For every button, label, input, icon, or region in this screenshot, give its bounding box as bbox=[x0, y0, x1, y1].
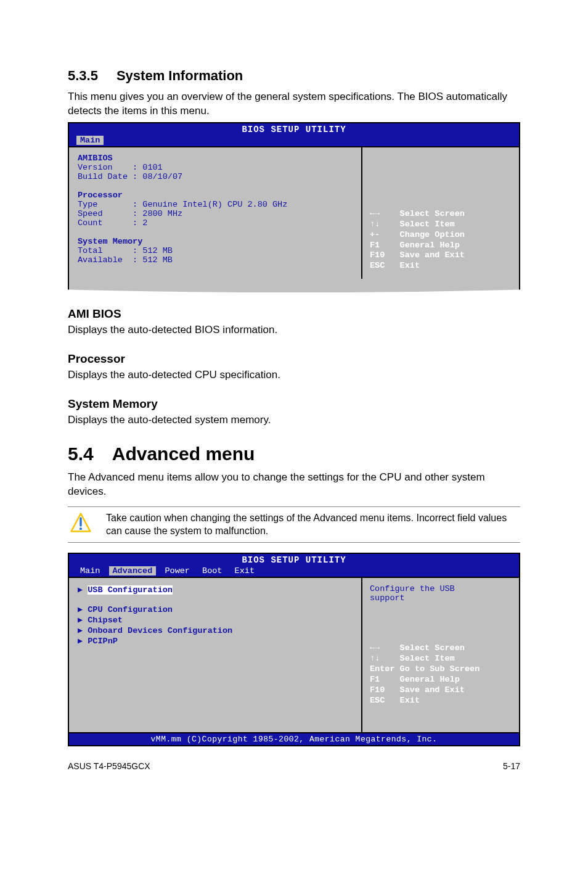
menu-odc-label: Onboard Devices Configuration bbox=[88, 626, 232, 635]
heading-memory: System Memory bbox=[68, 397, 520, 411]
bios-body: AMIBIOS Version : 0101 Build Date : 08/1… bbox=[69, 146, 519, 280]
bios-curve-bottom bbox=[68, 279, 520, 292]
field-version: Version : 0101 bbox=[78, 163, 353, 172]
heading-processor: Processor bbox=[68, 352, 520, 366]
bios2-left-pane: ▶ USB Configuration ▶ CPU Configuration … bbox=[69, 578, 362, 732]
menu-chipset[interactable]: ▶ Chipset bbox=[78, 614, 353, 625]
menu-chipset-label: Chipset bbox=[88, 616, 123, 625]
bios2-tabs: Main Advanced Power Boot Exit bbox=[69, 566, 519, 577]
menu-onboard-devices[interactable]: ▶ Onboard Devices Configuration bbox=[78, 625, 353, 635]
field-proc-count: Count : 2 bbox=[78, 218, 353, 228]
menu-pcipnp-label: PCIPnP bbox=[88, 637, 118, 646]
section-535-heading: 5.3.5 System Information bbox=[68, 68, 520, 84]
section-title-54: Advanced menu bbox=[112, 444, 255, 464]
bios2-key-help: ←→ Select Screen ↑↓ Select Item Enter Go… bbox=[370, 643, 512, 706]
bios-right-pane: ←→ Select Screen ↑↓ Select Item +- Chang… bbox=[362, 147, 519, 279]
tab-exit[interactable]: Exit bbox=[231, 566, 258, 576]
caution-icon bbox=[68, 512, 94, 533]
section-535-intro: This menu gives you an overview of the g… bbox=[68, 90, 520, 118]
page-footer: ASUS T4-P5945GCX 5-17 bbox=[68, 761, 520, 771]
field-proc-speed: Speed : 2800 MHz bbox=[78, 209, 353, 218]
bios2-body: ▶ USB Configuration ▶ CPU Configuration … bbox=[69, 577, 519, 733]
menu-cpu-label: CPU Configuration bbox=[88, 605, 173, 614]
field-build-date: Build Date : 08/10/07 bbox=[78, 172, 353, 181]
footer-left: ASUS T4-P5945GCX bbox=[68, 761, 150, 771]
tab-power[interactable]: Power bbox=[161, 566, 194, 576]
caution-text: Take caution when changing the settings … bbox=[94, 512, 520, 538]
bios-left-pane: AMIBIOS Version : 0101 Build Date : 08/1… bbox=[69, 147, 362, 279]
field-mem-total: Total : 512 MB bbox=[78, 246, 353, 255]
field-mem-available: Available : 512 MB bbox=[78, 255, 353, 265]
section-number: 5.3.5 bbox=[68, 68, 98, 84]
footer-right: 5-17 bbox=[503, 761, 520, 771]
bios2-help-text: Configure the USB support bbox=[370, 584, 512, 603]
tab-advanced[interactable]: Advanced bbox=[109, 566, 157, 576]
page-content: 5.3.5 System Information This menu gives… bbox=[0, 0, 588, 790]
bios2-footer: vMM.mm (C)Copyright 1985-2002, American … bbox=[68, 733, 520, 746]
caution-box: Take caution when changing the settings … bbox=[68, 506, 520, 543]
section-54-heading: 5.4 Advanced menu bbox=[68, 444, 520, 464]
section-number-54: 5.4 bbox=[68, 444, 94, 464]
tab-main2[interactable]: Main bbox=[76, 566, 104, 576]
text-amibios: Displays the auto-detected BIOS informat… bbox=[68, 323, 520, 337]
tab-main[interactable]: Main bbox=[76, 136, 104, 145]
tab-boot[interactable]: Boot bbox=[198, 566, 226, 576]
bios2-title: BIOS SETUP UTILITY bbox=[69, 554, 519, 566]
text-processor: Displays the auto-detected CPU specifica… bbox=[68, 368, 520, 382]
menu-pcipnp[interactable]: ▶ PCIPnP bbox=[78, 635, 353, 646]
heading-amibios: AMI BIOS bbox=[68, 307, 520, 321]
label-amibios: AMIBIOS bbox=[78, 154, 353, 163]
text-memory: Displays the auto-detected system memory… bbox=[68, 413, 520, 427]
bios-main-box: BIOS SETUP UTILITY Main AMIBIOS Version … bbox=[68, 122, 520, 280]
label-memory: System Memory bbox=[78, 237, 353, 246]
bios-advanced-box: BIOS SETUP UTILITY Main Advanced Power B… bbox=[68, 553, 520, 733]
bios-title: BIOS SETUP UTILITY bbox=[69, 123, 519, 136]
field-proc-type: Type : Genuine Intel(R) CPU 2.80 GHz bbox=[78, 200, 353, 209]
section-title: System Information bbox=[116, 68, 243, 84]
label-processor: Processor bbox=[78, 191, 353, 200]
bios2-right-pane: Configure the USB support ←→ Select Scre… bbox=[362, 578, 519, 732]
bios-tabs: Main bbox=[69, 136, 519, 146]
menu-usb-config[interactable]: ▶ USB Configuration bbox=[78, 584, 353, 595]
menu-usb-label: USB Configuration bbox=[88, 585, 173, 595]
section-54-intro: The Advanced menu items allow you to cha… bbox=[68, 471, 520, 499]
bios-key-help: ←→ Select Screen ↑↓ Select Item +- Chang… bbox=[370, 209, 512, 271]
menu-cpu-config[interactable]: ▶ CPU Configuration bbox=[78, 604, 353, 614]
svg-point-2 bbox=[80, 527, 82, 530]
